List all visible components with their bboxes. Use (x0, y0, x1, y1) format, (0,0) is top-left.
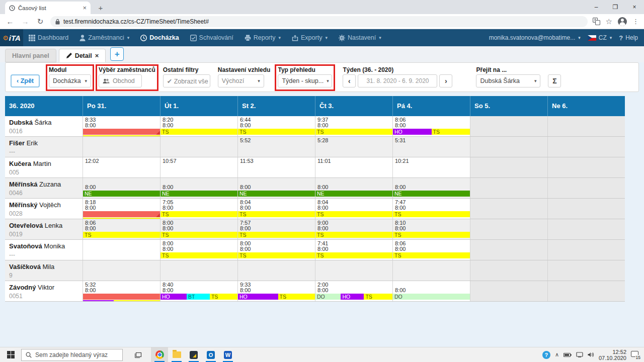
day-cell[interactable] (547, 281, 625, 301)
day-cell[interactable] (83, 240, 160, 260)
day-cell[interactable] (83, 260, 160, 281)
day-cell[interactable]: 9:378:00TS (315, 116, 392, 136)
language-selector[interactable]: CZ ▾ (588, 34, 612, 41)
day-cell[interactable] (470, 178, 547, 198)
speaker-icon[interactable] (588, 352, 594, 357)
window-minimize-button[interactable]: – (587, 0, 606, 14)
goto-employee-select[interactable]: Dubská Šárka ▾ (476, 74, 540, 87)
taskbar-search-input[interactable]: Sem zadejte hledaný výraz (21, 349, 123, 361)
day-cell[interactable] (470, 116, 547, 136)
employee-name-cell[interactable]: Fišer Erik--- (5, 137, 83, 157)
show-all-button[interactable]: ✔ Zobrazit vše (163, 74, 210, 87)
window-maximize-button[interactable]: ❐ (606, 0, 625, 14)
day-cell[interactable]: 2:008:00DOHOTS (315, 281, 392, 301)
window-close-button[interactable]: × (625, 0, 644, 14)
profile-avatar[interactable] (618, 17, 627, 26)
address-bar[interactable]: test.firemnidochazka.cz/cs-CZ/TimeSheet/… (50, 16, 588, 27)
help-link[interactable]: ? Help (619, 34, 638, 42)
day-cell[interactable]: 6:448:00TS (237, 116, 315, 136)
task-view-button[interactable] (130, 347, 147, 362)
day-cell[interactable] (470, 281, 547, 301)
day-cell[interactable]: 9:008:00TS (315, 219, 392, 239)
nav-item-dashboard[interactable]: Dashboard (23, 29, 74, 46)
day-cell[interactable]: 5:52 (237, 137, 315, 157)
day-cell[interactable]: 8:068:00HOTS (392, 116, 470, 136)
day-cell[interactable]: 8:00NE (237, 178, 315, 198)
day-cell[interactable] (470, 219, 547, 239)
browser-menu-icon[interactable]: ⋮ (632, 18, 639, 25)
day-cell[interactable] (547, 137, 625, 157)
day-cell[interactable]: 8:068:00TS (392, 240, 470, 260)
day-cell[interactable]: 8:008:00TS (237, 240, 315, 260)
day-cell[interactable]: 7:478:00TS (392, 199, 470, 219)
day-cell[interactable]: 10:21 (392, 157, 470, 177)
employee-name-cell[interactable]: Otevřelová Lenka0019 (5, 219, 83, 239)
day-cell[interactable]: 8:338:00TS (83, 116, 160, 136)
day-cell[interactable]: 8:008:00TS (160, 219, 237, 239)
taskbar-outlook-button[interactable]: O (202, 347, 219, 362)
day-cell[interactable] (547, 240, 625, 260)
taskbar-chrome-button[interactable] (151, 347, 168, 362)
day-cell[interactable] (160, 137, 237, 157)
day-cell[interactable]: 11:53 (237, 157, 315, 177)
day-cell[interactable]: 5:28 (315, 137, 392, 157)
employee-name-cell[interactable]: Kučera Martin005 (5, 157, 83, 177)
day-cell[interactable] (547, 260, 625, 281)
week-range[interactable]: 31. 8. 2020 - 6. 9. 2020 (358, 74, 437, 87)
nav-item-zamestnanci[interactable]: Zaměstnanci▾ (74, 29, 135, 46)
nav-item-dochazka[interactable]: Docházka (135, 29, 184, 46)
taskbar-clock[interactable]: 12:52 07.10.2020 (599, 349, 626, 361)
taskbar-notes-app-button[interactable] (185, 347, 202, 362)
browser-tab[interactable]: Časový list × (5, 2, 91, 14)
tab-hlavni-panel[interactable]: Hlavní panel (5, 49, 56, 62)
taskbar-word-button[interactable]: W (219, 347, 236, 362)
prev-week-button[interactable]: ‹ (343, 74, 356, 87)
day-cell[interactable] (315, 260, 392, 281)
day-cell[interactable] (547, 178, 625, 198)
day-cell[interactable] (547, 199, 625, 219)
day-cell[interactable]: 7:578:00TS (237, 219, 315, 239)
sum-button[interactable]: Σ (548, 74, 561, 87)
forward-button[interactable]: → (20, 17, 30, 26)
add-tab-button[interactable]: + (110, 47, 124, 61)
tab-close-icon[interactable]: × (95, 52, 99, 59)
appearance-select[interactable]: Výchozí ▾ (218, 74, 264, 87)
day-cell[interactable] (470, 240, 547, 260)
taskbar-explorer-button[interactable] (168, 347, 185, 362)
employee-name-cell[interactable]: Měřínská Zuzana0046 (5, 178, 83, 198)
day-cell[interactable] (547, 157, 625, 177)
day-cell[interactable]: 8:00DO (392, 281, 470, 301)
day-cell[interactable]: 12:02 (83, 157, 160, 177)
day-cell[interactable] (237, 260, 315, 281)
action-center-button[interactable]: 15 (631, 351, 640, 359)
day-cell[interactable] (470, 137, 547, 157)
day-cell[interactable] (83, 137, 160, 157)
remote-support-tray-icon[interactable]: ? (542, 351, 550, 359)
day-cell[interactable]: 8:108:00TS (392, 219, 470, 239)
nav-item-reporty[interactable]: Reporty▾ (239, 29, 286, 46)
back-button[interactable]: ← (5, 17, 15, 26)
day-cell[interactable]: 8:00NE (392, 178, 470, 198)
day-cell[interactable]: 10:57 (160, 157, 237, 177)
next-week-button[interactable]: › (439, 74, 452, 87)
employee-name-cell[interactable]: Dubská Šárka0016 (5, 116, 83, 136)
bookmark-star-icon[interactable]: ☆ (606, 17, 612, 26)
back-button-zpet[interactable]: ‹ Zpět (11, 74, 40, 87)
employee-name-cell[interactable]: Svatoňová Monika--- (5, 240, 83, 260)
user-menu[interactable]: monika.svatonova@mobatime... ▾ (489, 34, 581, 41)
start-button[interactable] (0, 347, 21, 362)
day-cell[interactable]: 8:208:00TS (160, 116, 237, 136)
translate-icon[interactable] (593, 18, 600, 25)
nav-item-schvalovani[interactable]: Schvalování (185, 29, 239, 46)
day-cell[interactable]: 8:068:00TS (83, 219, 160, 239)
day-cell[interactable]: 11:01 (315, 157, 392, 177)
tab-detail[interactable]: Detail × (59, 49, 106, 62)
day-cell[interactable]: 7:418:00TS (315, 240, 392, 260)
network-icon[interactable] (576, 352, 583, 357)
modul-select[interactable]: Docházka ▾ (49, 74, 91, 87)
tray-expand-icon[interactable]: ∧ (555, 351, 559, 358)
tab-close-icon[interactable]: × (83, 4, 87, 12)
overview-type-select[interactable]: Týden - skup... ▾ (278, 74, 332, 87)
nav-item-nastaveni[interactable]: Nastavení▾ (333, 29, 387, 46)
day-cell[interactable]: 8:408:00HOBTTS (160, 281, 237, 301)
